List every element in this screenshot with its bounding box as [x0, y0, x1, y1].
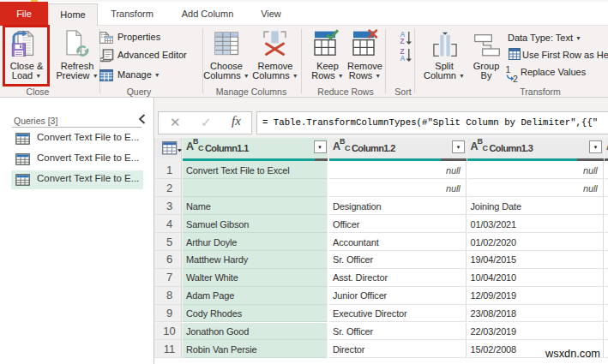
svg-text:Z: Z: [400, 37, 405, 45]
svg-text:1: 1: [506, 64, 511, 75]
svg-text:2: 2: [513, 73, 518, 82]
svg-text:A: A: [400, 54, 406, 62]
